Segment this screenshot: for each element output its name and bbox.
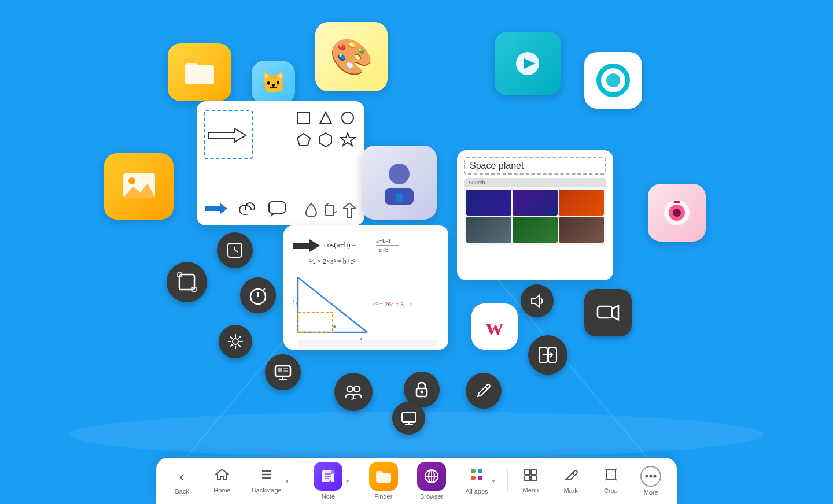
- svg-marker-69: [293, 239, 320, 252]
- video-camera-icon[interactable]: [584, 289, 632, 336]
- back-icon: ‹: [179, 468, 185, 486]
- more-button[interactable]: More: [633, 461, 668, 501]
- note-label: Note: [322, 493, 335, 500]
- svg-line-108: [615, 479, 617, 480]
- gallery-app-icon[interactable]: [104, 153, 174, 220]
- user-app-icon[interactable]: [362, 146, 437, 220]
- frog-app-icon[interactable]: 🐱: [252, 61, 295, 104]
- presentation-icon[interactable]: [265, 354, 301, 390]
- svg-point-38: [421, 391, 423, 394]
- paint-app-icon[interactable]: 🎨: [315, 22, 388, 91]
- svg-point-112: [650, 475, 653, 478]
- more-icon: [640, 466, 661, 487]
- home-label: Home: [213, 487, 230, 494]
- browser-icon: [417, 462, 446, 491]
- back-button[interactable]: ‹ Back: [165, 463, 200, 499]
- svg-rect-30: [278, 368, 282, 372]
- svg-point-7: [128, 177, 135, 184]
- finder-icon: [369, 462, 398, 491]
- svg-marker-65: [343, 203, 356, 218]
- svg-rect-62: [326, 205, 334, 216]
- svg-point-11: [673, 209, 681, 217]
- mark-label: Mark: [563, 487, 577, 494]
- svg-marker-52: [297, 134, 310, 146]
- svg-marker-43: [532, 295, 539, 307]
- svg-marker-45: [612, 306, 618, 320]
- svg-rect-103: [525, 476, 530, 481]
- svg-point-66: [389, 164, 410, 184]
- divider-1: [301, 469, 301, 492]
- backstage-chevron[interactable]: ▾: [285, 477, 289, 485]
- svg-rect-92: [376, 471, 383, 475]
- crop-taskbar-icon: [604, 468, 618, 485]
- svg-point-34: [354, 386, 360, 392]
- browser-button[interactable]: Browser: [410, 457, 453, 504]
- svg-text:cos(a+b) =: cos(a+b) =: [324, 240, 356, 249]
- svg-rect-83: [298, 340, 437, 347]
- backstage-button[interactable]: Backstage ▾: [245, 464, 295, 498]
- video-app-icon[interactable]: [495, 32, 561, 95]
- svg-line-107: [605, 469, 606, 470]
- all-apps-button[interactable]: All apps ▾: [458, 462, 502, 499]
- switch-icon[interactable]: [528, 335, 567, 375]
- all-apps-chevron[interactable]: ▾: [492, 477, 495, 485]
- svg-point-97: [471, 469, 476, 473]
- speaker-icon[interactable]: [521, 284, 554, 317]
- space-planet-card: Space planet Search...: [457, 150, 613, 280]
- svg-rect-27: [275, 366, 290, 376]
- menu-button[interactable]: Menu: [513, 464, 548, 498]
- stopwatch-icon[interactable]: [240, 277, 276, 313]
- svg-marker-61: [270, 213, 276, 217]
- svg-point-111: [646, 475, 648, 478]
- finder-button[interactable]: Finder: [362, 457, 405, 504]
- svg-rect-60: [269, 202, 285, 213]
- svg-text:a+b-1: a+b-1: [376, 237, 391, 244]
- svg-line-109: [605, 479, 606, 480]
- svg-line-105: [573, 473, 574, 475]
- svg-rect-32: [283, 370, 288, 372]
- collaboration-icon[interactable]: 2+: [334, 373, 373, 411]
- settings-float-icon[interactable]: [219, 325, 252, 358]
- svg-point-33: [347, 386, 353, 392]
- svg-text:a+b: a+b: [379, 246, 389, 253]
- webcam-app-icon[interactable]: [648, 184, 706, 242]
- math-card: cos(a+b) = a+b-1 a+b ²⁄₃ × 2×a² = b+c² b…: [283, 225, 448, 350]
- menu-label: Menu: [523, 487, 539, 494]
- circle-app-icon[interactable]: [584, 52, 642, 109]
- svg-text:b: b: [293, 299, 297, 307]
- svg-text:a: a: [333, 322, 336, 330]
- menu-icon: [524, 468, 537, 484]
- backstage-icon: [260, 468, 273, 484]
- svg-point-99: [471, 476, 476, 480]
- svg-rect-12: [674, 201, 680, 203]
- note-chevron[interactable]: ▾: [346, 477, 349, 485]
- display-icon[interactable]: [392, 402, 425, 435]
- svg-marker-48: [208, 128, 246, 142]
- svg-point-100: [478, 476, 482, 480]
- svg-rect-102: [531, 469, 536, 475]
- svg-rect-104: [531, 476, 536, 481]
- note-icon: [314, 462, 342, 491]
- files-app-icon[interactable]: [168, 43, 231, 101]
- screen-time-icon[interactable]: [217, 232, 253, 268]
- svg-text:c² = 26c × 8 - a: c² = 26c × 8 - a: [373, 301, 412, 307]
- home-button[interactable]: Home: [205, 464, 239, 498]
- home-icon: [215, 468, 229, 484]
- wps-app-icon[interactable]: w: [471, 303, 518, 350]
- svg-rect-1: [185, 63, 198, 68]
- svg-rect-58: [242, 210, 255, 214]
- svg-rect-78: [298, 312, 333, 332]
- back-label: Back: [175, 488, 189, 495]
- svg-text:²⁄₃ × 2×a² = b+c²: ²⁄₃ × 2×a² = b+c²: [309, 257, 356, 265]
- svg-line-110: [615, 469, 617, 470]
- pencil-float-icon[interactable]: [466, 373, 502, 409]
- svg-rect-106: [606, 470, 615, 479]
- crop-icon-float[interactable]: [167, 262, 207, 302]
- divider-2: [507, 469, 508, 492]
- more-label: More: [644, 489, 658, 496]
- note-button[interactable]: Note ▾: [307, 457, 356, 504]
- shapes-card: [197, 101, 364, 225]
- crop-taskbar-button[interactable]: Crop: [594, 463, 628, 499]
- mark-button[interactable]: Mark: [554, 463, 588, 499]
- svg-rect-68: [396, 193, 403, 202]
